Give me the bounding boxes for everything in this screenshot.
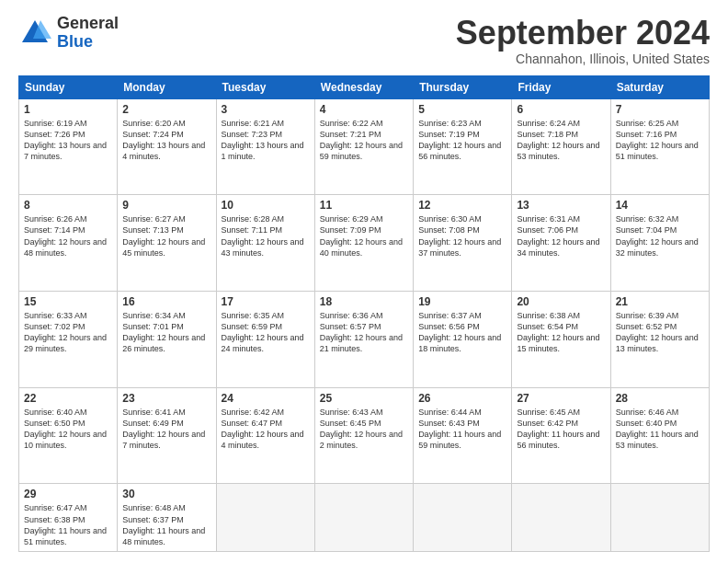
day-number: 19 — [418, 295, 506, 308]
day-number: 24 — [222, 392, 310, 405]
day-cell-25: 25 Sunrise: 6:43 AMSunset: 6:45 PMDaylig… — [314, 387, 413, 484]
table-row: 29 Sunrise: 6:47 AMSunset: 6:38 PMDaylig… — [19, 484, 710, 552]
day-info: Sunrise: 6:45 AMSunset: 6:42 PMDaylight:… — [517, 407, 605, 452]
day-cell-18: 18 Sunrise: 6:36 AMSunset: 6:57 PMDaylig… — [314, 292, 413, 388]
day-info: Sunrise: 6:32 AMSunset: 7:04 PMDaylight:… — [616, 213, 704, 259]
day-info: Sunrise: 6:24 AMSunset: 7:18 PMDaylight:… — [517, 118, 605, 163]
day-info: Sunrise: 6:31 AMSunset: 7:06 PMDaylight:… — [517, 213, 605, 259]
day-cell-19: 19 Sunrise: 6:37 AMSunset: 6:56 PMDaylig… — [414, 292, 512, 388]
day-cell-17: 17 Sunrise: 6:35 AMSunset: 6:59 PMDaylig… — [216, 292, 314, 388]
day-info: Sunrise: 6:25 AMSunset: 7:16 PMDaylight:… — [616, 118, 704, 163]
day-number: 29 — [24, 488, 112, 500]
day-cell-23: 23 Sunrise: 6:41 AMSunset: 6:49 PMDaylig… — [118, 387, 216, 484]
logo-general: General — [57, 14, 119, 32]
day-number: 6 — [517, 103, 605, 116]
day-number: 28 — [616, 392, 704, 405]
day-number: 4 — [320, 103, 408, 116]
logo-text: General Blue — [57, 15, 119, 52]
day-info: Sunrise: 6:39 AMSunset: 6:52 PMDaylight:… — [616, 310, 704, 355]
day-info: Sunrise: 6:42 AMSunset: 6:47 PMDaylight:… — [222, 407, 310, 452]
day-cell-24: 24 Sunrise: 6:42 AMSunset: 6:47 PMDaylig… — [216, 387, 314, 484]
day-info: Sunrise: 6:46 AMSunset: 6:40 PMDaylight:… — [616, 407, 704, 452]
day-cell-16: 16 Sunrise: 6:34 AMSunset: 7:01 PMDaylig… — [118, 292, 216, 388]
day-info: Sunrise: 6:47 AMSunset: 6:38 PMDaylight:… — [24, 502, 112, 547]
day-number: 8 — [24, 199, 112, 212]
day-number: 21 — [616, 295, 704, 308]
col-monday: Monday — [118, 75, 216, 98]
col-thursday: Thursday — [414, 75, 512, 98]
day-number: 16 — [122, 295, 210, 308]
day-number: 22 — [24, 392, 112, 405]
day-cell-15: 15 Sunrise: 6:33 AMSunset: 7:02 PMDaylig… — [19, 292, 118, 388]
day-info: Sunrise: 6:48 AMSunset: 6:37 PMDaylight:… — [122, 502, 210, 547]
day-cell-21: 21 Sunrise: 6:39 AMSunset: 6:52 PMDaylig… — [610, 292, 709, 388]
day-number: 27 — [517, 392, 605, 405]
day-number: 23 — [122, 392, 210, 405]
day-number: 30 — [122, 488, 210, 500]
day-info: Sunrise: 6:43 AMSunset: 6:45 PMDaylight:… — [320, 407, 408, 452]
day-info: Sunrise: 6:44 AMSunset: 6:43 PMDaylight:… — [418, 407, 506, 452]
empty-cell — [610, 484, 709, 552]
col-saturday: Saturday — [610, 75, 709, 98]
day-number: 25 — [320, 392, 408, 405]
logo: General Blue — [18, 15, 119, 52]
day-info: Sunrise: 6:29 AMSunset: 7:09 PMDaylight:… — [320, 213, 408, 259]
day-number: 5 — [418, 103, 506, 116]
header: General Blue September 2024 Channahon, I… — [18, 15, 710, 66]
day-cell-1: 1 Sunrise: 6:19 AMSunset: 7:26 PMDayligh… — [19, 98, 118, 195]
empty-cell — [414, 484, 512, 552]
day-info: Sunrise: 6:34 AMSunset: 7:01 PMDaylight:… — [122, 310, 210, 355]
day-cell-27: 27 Sunrise: 6:45 AMSunset: 6:42 PMDaylig… — [512, 387, 610, 484]
empty-cell — [216, 484, 314, 552]
day-cell-6: 6 Sunrise: 6:24 AMSunset: 7:18 PMDayligh… — [512, 98, 610, 195]
day-cell-3: 3 Sunrise: 6:21 AMSunset: 7:23 PMDayligh… — [216, 98, 314, 195]
day-info: Sunrise: 6:20 AMSunset: 7:24 PMDaylight:… — [122, 118, 210, 163]
day-cell-8: 8 Sunrise: 6:26 AMSunset: 7:14 PMDayligh… — [19, 195, 118, 292]
location: Channahon, Illinois, United States — [456, 52, 710, 66]
col-sunday: Sunday — [19, 75, 118, 98]
empty-cell — [512, 484, 610, 552]
day-number: 7 — [616, 103, 704, 116]
day-info: Sunrise: 6:40 AMSunset: 6:50 PMDaylight:… — [24, 407, 112, 452]
day-cell-5: 5 Sunrise: 6:23 AMSunset: 7:19 PMDayligh… — [414, 98, 512, 195]
day-cell-22: 22 Sunrise: 6:40 AMSunset: 6:50 PMDaylig… — [19, 387, 118, 484]
day-info: Sunrise: 6:33 AMSunset: 7:02 PMDaylight:… — [24, 310, 112, 355]
day-number: 26 — [418, 392, 506, 405]
day-cell-4: 4 Sunrise: 6:22 AMSunset: 7:21 PMDayligh… — [314, 98, 413, 195]
day-info: Sunrise: 6:26 AMSunset: 7:14 PMDaylight:… — [24, 213, 112, 259]
day-cell-10: 10 Sunrise: 6:28 AMSunset: 7:11 PMDaylig… — [216, 195, 314, 292]
table-row: 1 Sunrise: 6:19 AMSunset: 7:26 PMDayligh… — [19, 98, 710, 195]
day-info: Sunrise: 6:19 AMSunset: 7:26 PMDaylight:… — [24, 118, 112, 163]
logo-icon — [18, 17, 51, 50]
day-cell-29: 29 Sunrise: 6:47 AMSunset: 6:38 PMDaylig… — [19, 484, 118, 552]
table-row: 8 Sunrise: 6:26 AMSunset: 7:14 PMDayligh… — [19, 195, 710, 292]
day-cell-30: 30 Sunrise: 6:48 AMSunset: 6:37 PMDaylig… — [118, 484, 216, 552]
day-info: Sunrise: 6:21 AMSunset: 7:23 PMDaylight:… — [222, 118, 310, 163]
month-title: September 2024 — [456, 15, 710, 52]
day-number: 14 — [616, 199, 704, 212]
day-info: Sunrise: 6:27 AMSunset: 7:13 PMDaylight:… — [122, 213, 210, 259]
day-number: 12 — [418, 199, 506, 212]
day-number: 1 — [24, 103, 112, 116]
day-number: 2 — [122, 103, 210, 116]
logo-blue: Blue — [57, 32, 93, 51]
day-info: Sunrise: 6:35 AMSunset: 6:59 PMDaylight:… — [222, 310, 310, 355]
day-info: Sunrise: 6:38 AMSunset: 6:54 PMDaylight:… — [517, 310, 605, 355]
day-cell-9: 9 Sunrise: 6:27 AMSunset: 7:13 PMDayligh… — [118, 195, 216, 292]
day-number: 20 — [517, 295, 605, 308]
header-row: Sunday Monday Tuesday Wednesday Thursday… — [19, 75, 710, 98]
col-wednesday: Wednesday — [314, 75, 413, 98]
day-number: 17 — [222, 295, 310, 308]
day-info: Sunrise: 6:30 AMSunset: 7:08 PMDaylight:… — [418, 213, 506, 259]
day-number: 13 — [517, 199, 605, 212]
day-number: 9 — [122, 199, 210, 212]
day-cell-20: 20 Sunrise: 6:38 AMSunset: 6:54 PMDaylig… — [512, 292, 610, 388]
day-info: Sunrise: 6:28 AMSunset: 7:11 PMDaylight:… — [222, 213, 310, 259]
title-block: September 2024 Channahon, Illinois, Unit… — [456, 15, 710, 66]
calendar-table: Sunday Monday Tuesday Wednesday Thursday… — [18, 75, 710, 552]
day-number: 3 — [222, 103, 310, 116]
day-number: 10 — [222, 199, 310, 212]
day-number: 18 — [320, 295, 408, 308]
day-cell-26: 26 Sunrise: 6:44 AMSunset: 6:43 PMDaylig… — [414, 387, 512, 484]
empty-cell — [314, 484, 413, 552]
